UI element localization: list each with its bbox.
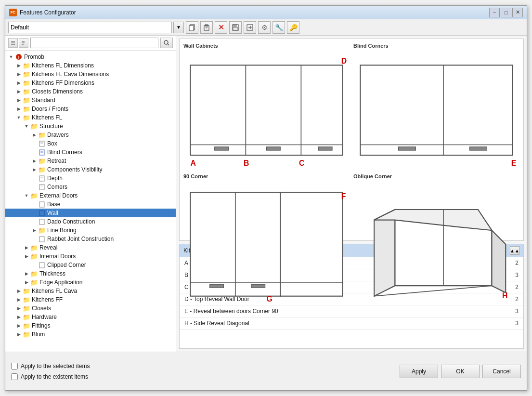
tree-item-wall[interactable]: Wall [5,209,176,217]
tree-item-promob[interactable]: ▼ ! Promob [5,53,176,61]
no-expand [30,200,38,208]
page-icon [38,200,46,208]
tree-item-retreat[interactable]: ▶ 📁 Retreat [5,157,176,165]
tree-item-blum[interactable]: ▶ 📁 Blum [5,330,176,339]
expand-icon: ▶ [30,226,38,234]
tree-item-kitchens-fl-cava-dim[interactable]: ▶ 📁 Kitchens FL Cava Dimensions [5,70,176,79]
folder-icon: 📁 [23,70,30,78]
svg-text:A: A [190,159,195,167]
profile-dropdown[interactable]: Default [8,22,172,33]
expand-icon: ▶ [15,70,23,78]
tree-item-kitchens-ff-dim[interactable]: ▶ 📁 Kitchens FF Dimensions [5,79,176,87]
svg-text:D: D [341,57,347,65]
dropdown-arrow-icon[interactable]: ▼ [173,22,184,33]
tree-item-structure[interactable]: ▼ 📁 Structure [5,122,176,131]
tree-item-corners[interactable]: Comers [5,183,176,191]
tree-item-blind-corners[interactable]: Blind Corners [5,148,176,157]
tree-label: Closets Dimensions [32,88,83,95]
tree-item-doors-fronts[interactable]: ▶ 📁 Doors / Fronts [5,105,176,113]
apply-selected-checkbox[interactable] [11,363,18,370]
svg-rect-59 [251,285,265,288]
tree-item-base[interactable]: Base [5,200,176,209]
tree-item-standard[interactable]: ▶ 📁 Standard [5,96,176,105]
title-bar: FC Features Configurator − □ ✕ [5,6,527,19]
tree-item-closets[interactable]: ▶ 📁 Closets [5,304,176,313]
folder-red-icon: ! [15,53,23,61]
tree-item-rabbet-joint[interactable]: Rabbet Joint Construction [5,235,176,243]
tree-item-thickness[interactable]: ▶ 📁 Thickness [5,269,176,278]
search-input[interactable] [30,38,158,48]
tree-item-internal-doors[interactable]: ▶ 📁 Internal Doors [5,252,176,261]
collapse-all-button[interactable] [19,38,28,48]
tree-item-components-visibility[interactable]: ▶ 📁 Components Visibility [5,165,176,174]
diagram-blind-corners: Blind Corners [353,43,519,170]
folder-icon: 📁 [30,192,38,199]
page-icon [38,218,46,225]
diagram-wall-cabinets: Wall Cabinets [183,43,350,170]
close-button[interactable]: ✕ [512,8,523,17]
export-button[interactable] [244,21,256,34]
minimize-button[interactable]: − [489,8,500,17]
expand-all-button[interactable] [8,38,18,48]
tree-label: Drawers [47,132,69,138]
svg-rect-41 [267,147,281,150]
apply-button[interactable]: Apply [400,365,438,378]
svg-rect-7 [234,25,236,26]
svg-rect-8 [233,27,238,30]
tree-item-external-doors[interactable]: ▼ 📁 External Doors [5,191,176,200]
search-button[interactable] [160,38,173,48]
tree-item-dado-construction[interactable]: Dado Construction [5,217,176,226]
tree-item-kitchens-fl-cava2[interactable]: ▶ 📁 Kitchens FL Cava [5,287,176,295]
svg-text:F: F [341,193,346,201]
tree-label: Kitchens FL [32,114,62,121]
folder-icon: 📁 [23,287,30,295]
tree-item-clipped-corner[interactable]: Clipped Corner [5,261,176,269]
tree-label: Blum [32,331,45,338]
paste-button[interactable] [200,21,213,34]
tree-label: Kitchens FF Dimensions [32,79,94,86]
tree-item-closets-dim[interactable]: ▶ 📁 Closets Dimensions [5,87,176,96]
tree-item-kitchens-ff[interactable]: ▶ 📁 Kitchens FF [5,295,176,304]
diagram-oblique-corner: Oblique Corner [353,173,519,307]
table-row[interactable]: H - Side Reveal Diagonal3 [180,317,523,330]
delete-button[interactable]: ✕ [215,21,227,34]
apply-existent-label: Apply to the existent items [21,373,88,380]
tree-item-edge-application[interactable]: ▶ 📁 Edge Application [5,278,176,287]
tree-view[interactable]: ▼ ! Promob ▶ 📁 Kitchens FL Dimensions ▶ … [5,51,176,352]
tree-label: Hardware [32,314,57,320]
cancel-button[interactable]: Cancel [482,365,521,378]
tree-item-kitchens-fl-dim[interactable]: ▶ 📁 Kitchens FL Dimensions [5,61,176,70]
folder-icon: 📁 [23,105,30,113]
tree-item-depth[interactable]: Depth [5,174,176,183]
copy-button[interactable] [186,21,198,34]
svg-text:H: H [502,291,507,300]
wrench-button[interactable]: 🔧 [272,21,285,34]
tree-label: Base [47,201,60,208]
folder-icon: 📁 [23,322,30,330]
tree-label: Structure [39,123,63,130]
tree-item-kitchens-fl[interactable]: ▼ 📁 Kitchens FL [5,113,176,122]
left-panel: ▼ ! Promob ▶ 📁 Kitchens FL Dimensions ▶ … [5,36,176,352]
tree-item-hardware[interactable]: ▶ 📁 Hardware [5,313,176,321]
svg-rect-40 [215,147,229,150]
tree-item-box[interactable]: Box [5,139,176,148]
tree-item-reveal[interactable]: ▶ 📁 Reveal [5,243,176,252]
key-button[interactable]: 🔑 [287,21,299,34]
page-selected-icon [38,209,46,217]
checkbox-row-existent: Apply to the existent items [11,373,400,380]
tree-item-line-boring[interactable]: ▶ 📁 Line Boring [5,226,176,235]
svg-rect-34 [39,237,44,242]
svg-line-18 [168,44,169,45]
expand-icon: ▶ [15,62,23,69]
apply-existent-checkbox[interactable] [11,373,18,380]
expand-icon: ▼ [15,114,23,121]
maximize-button[interactable]: □ [501,8,511,17]
tree-item-drawers[interactable]: ▶ 📁 Drawers [5,131,176,139]
tree-label: Depth [47,175,63,182]
tree-item-fittings[interactable]: ▶ 📁 Fittings [5,321,176,330]
ok-button[interactable]: OK [441,365,480,378]
tree-label: Retreat [47,158,66,164]
expand-icon: ▶ [23,252,30,260]
settings-button[interactable]: ⚙ [258,21,271,34]
save-button[interactable] [229,21,242,34]
